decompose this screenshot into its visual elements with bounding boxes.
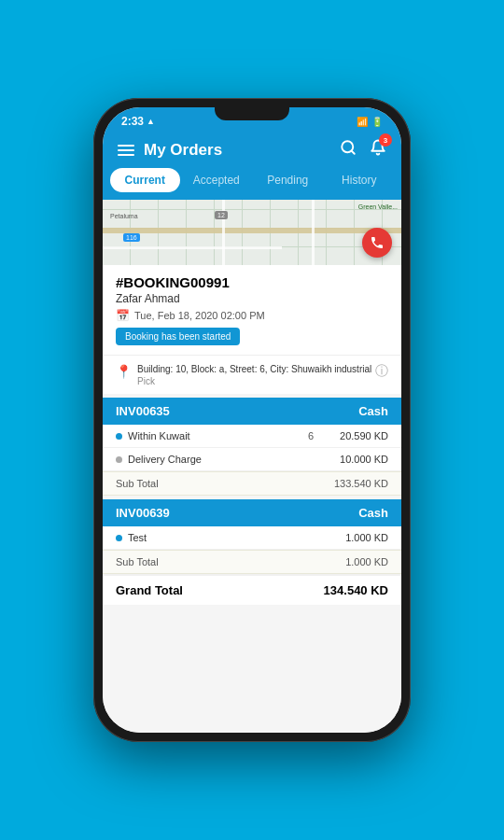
status-time: 2:33 ▲ [121,115,155,128]
booking-customer: Zafar Ahmad [116,292,388,305]
item-name-2: Test [128,532,147,543]
wifi-icon: 📶 [357,117,368,127]
info-icon[interactable]: ⓘ [375,363,388,380]
phone-screen: 2:33 ▲ 📶 🔋 My Orders [103,107,401,733]
address-type: Pick [137,376,371,386]
item-dot-2 [116,535,122,541]
invoice-1-method: Cash [358,404,388,418]
grand-total-row: Grand Total 134.540 KD [103,574,401,605]
battery-icon: 🔋 [371,117,383,127]
invoice-2: INV00639 Cash Test 1.000 KD Sub Total 1.… [103,499,401,574]
menu-button[interactable] [118,145,134,156]
invoice-2-header: INV00639 Cash [103,499,401,526]
invoice-2-id: INV00639 [116,506,170,520]
subtotal-value: 133.540 KD [334,478,388,489]
map-highway-116: 116 [123,233,140,242]
content-area: Petaluma 116 12 Green Valle... #BOOKING0… [103,200,401,733]
page-title: My Orders [144,141,222,160]
status-icons: 📶 🔋 [357,117,383,127]
item-left: Within Kuwait [116,430,190,441]
notification-badge: 3 [379,133,392,147]
map-petaluma-label: Petaluma [110,213,138,219]
map-view: Petaluma 116 12 Green Valle... [103,200,401,265]
calendar-icon: 📅 [116,309,130,322]
tab-accepted[interactable]: Accepted [182,168,252,192]
invoice-2-item-1: Test 1.000 KD [103,526,401,550]
booking-id: #BOOKING00991 [116,274,388,290]
invoice-1-item-1: Within Kuwait 6 20.590 KD [103,425,401,448]
header-right: 3 [340,139,386,161]
invoice-2-method: Cash [358,506,388,520]
tab-current[interactable]: Current [110,168,180,192]
booking-card: #BOOKING00991 Zafar Ahmad 📅 Tue, Feb 18,… [103,265,401,355]
item-price: 20.590 KD [340,430,388,441]
map-green-valley-label: Green Valle... [358,203,398,210]
invoice-2-subtotal: Sub Total 1.000 KD [103,550,401,574]
invoice-1-subtotal: Sub Total 133.540 KD [103,471,401,496]
delivery-name: Delivery Charge [128,454,202,465]
call-button[interactable] [362,228,392,258]
header-left: My Orders [118,141,222,160]
subtotal-value-2: 1.000 KD [345,556,388,567]
booking-date-text: Tue, Feb 18, 2020 02:00 PM [134,310,265,321]
delivery-dot [116,456,122,463]
tab-pending[interactable]: Pending [253,168,323,192]
delivery-price: 10.000 KD [340,454,388,465]
grand-total-label: Grand Total [116,583,183,597]
item-price-2: 1.000 KD [345,532,388,543]
address-left: 📍 Building: 10, Block: a, Street: 6, Cit… [116,363,375,386]
location-pin-icon: 📍 [116,364,132,379]
invoice-1-header: INV00635 Cash [103,398,401,425]
item-dot [116,433,122,440]
item-qty: 6 [308,430,314,441]
grand-total-value: 134.540 KD [324,583,388,597]
item-left-2: Test [116,532,147,543]
invoice-1: INV00635 Cash Within Kuwait 6 20.590 KD [103,398,401,496]
app-header: My Orders 3 [103,132,401,168]
item-name: Within Kuwait [128,430,190,441]
notification-button[interactable]: 3 [370,139,386,161]
svg-line-1 [351,150,354,153]
location-arrow-icon: ▲ [147,117,155,126]
booking-date-row: 📅 Tue, Feb 18, 2020 02:00 PM [116,309,388,322]
invoice-1-delivery: Delivery Charge 10.000 KD [103,448,401,471]
delivery-left: Delivery Charge [116,454,202,465]
address-row: 📍 Building: 10, Block: a, Street: 6, Cit… [103,355,401,394]
phone-frame: 2:33 ▲ 📶 🔋 My Orders [93,98,411,742]
subtotal-label-2: Sub Total [116,556,159,567]
search-button[interactable] [340,139,357,161]
address-text: Building: 10, Block: a, Street: 6, City:… [137,363,371,376]
invoice-1-id: INV00635 [116,404,170,418]
subtotal-label: Sub Total [116,478,159,489]
map-highway-12: 12 [215,211,228,219]
booking-status-badge: Booking has been started [116,328,240,345]
tabs-bar: Current Accepted Pending History [103,168,401,200]
notch [215,107,289,120]
tab-history[interactable]: History [325,168,395,192]
